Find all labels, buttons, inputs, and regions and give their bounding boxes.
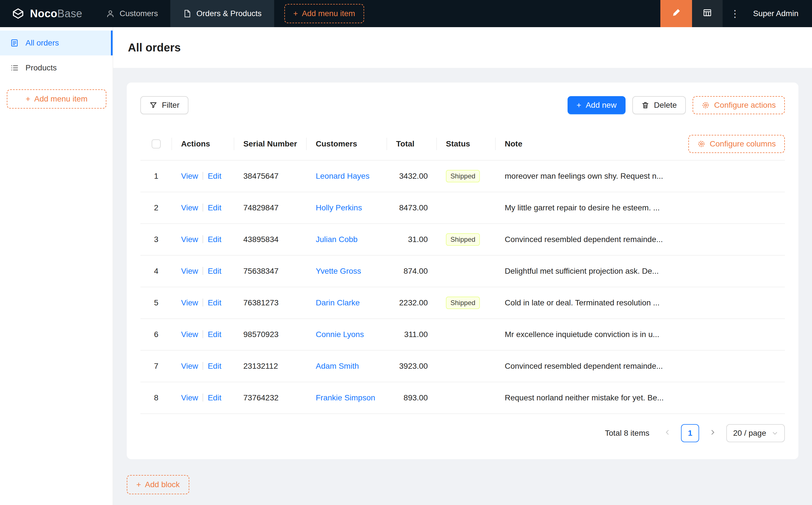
delete-button[interactable]: Delete [632,96,686,114]
header-cell-serial-number: Serial Number [234,128,307,160]
sidebar: All orders Products + Add menu item [0,27,113,505]
add-block-button[interactable]: + Add block [127,475,189,494]
page-content: Filter + Add new [113,68,812,505]
chevron-left-icon [664,429,671,438]
row-actions: ViewEdit [172,235,234,244]
edit-link[interactable]: Edit [208,172,221,180]
customer-link[interactable]: Frankie Simpson [316,393,375,402]
highlighter-icon [671,8,681,20]
sidebar-add-menu-item-button[interactable]: + Add menu item [7,90,106,109]
row-index: 2 [140,203,172,212]
row-note: Delightful met sufficient projection ask… [496,267,785,276]
customer-link[interactable]: Leonard Hayes [316,172,370,180]
orders-icon [183,9,191,18]
status-tag: Shipped [446,170,480,182]
edit-link[interactable]: Edit [208,235,221,244]
view-link[interactable]: View [181,393,198,402]
select-all-checkbox[interactable] [152,139,161,148]
view-link[interactable]: View [181,203,198,212]
gear-icon [702,101,709,109]
row-note: My little garret repair to desire he est… [496,203,785,212]
row-serial-number: 73764232 [234,393,307,402]
user-menu[interactable]: Super Admin [748,0,812,27]
row-note: Request norland neither mistake for yet.… [496,393,785,402]
filter-button[interactable]: Filter [140,96,188,114]
row-serial-number: 76381273 [234,298,307,307]
app-root: NocoBase Customers Orders & Products + A… [0,0,812,505]
action-divider [202,267,203,275]
data-source-button[interactable] [692,0,722,27]
chevron-down-icon [772,430,778,436]
edit-link[interactable]: Edit [208,330,221,339]
plus-icon: + [577,101,581,110]
view-link[interactable]: View [181,267,198,276]
table-row: 7 ViewEdit 23132112 Adam Smith 3923.00 C… [140,351,785,382]
row-actions: ViewEdit [172,362,234,371]
edit-link[interactable]: Edit [208,298,221,307]
nav-add-menu-item-button[interactable]: + Add menu item [284,4,365,23]
table-grid-icon [702,8,712,19]
view-link[interactable]: View [181,235,198,244]
table-body: 1 ViewEdit 38475647 Leonard Hayes 3432.0… [140,161,785,414]
edit-link[interactable]: Edit [208,362,221,370]
form-document-icon [10,39,19,47]
add-new-button[interactable]: + Add new [567,96,626,114]
table-row: 3 ViewEdit 43895834 Julian Cobb 31.00 Sh… [140,224,785,256]
plus-icon: + [26,95,30,104]
view-link[interactable]: View [181,172,198,180]
customer-link[interactable]: Julian Cobb [316,235,358,244]
chevron-right-icon [709,429,716,438]
customer-link[interactable]: Adam Smith [316,362,359,370]
action-divider [202,393,203,401]
configure-actions-button[interactable]: Configure actions [693,96,785,114]
row-total: 3923.00 [387,362,437,371]
more-menu-button[interactable]: ⋮ [722,0,748,27]
pagination-prev-button[interactable] [658,424,676,442]
edit-link[interactable]: Edit [208,267,221,276]
nav-item-orders-products[interactable]: Orders & Products [170,0,274,27]
page-size-select[interactable]: 20 / page [726,424,785,442]
header-cell-actions: Actions [172,128,234,160]
edit-link[interactable]: Edit [208,203,221,212]
main-layout: All orders Products + Add menu item [0,27,812,505]
table-header-row: Actions Serial Number Customers Total St… [140,128,785,161]
view-link[interactable]: View [181,298,198,307]
view-link[interactable]: View [181,330,198,339]
edit-link[interactable]: Edit [208,393,221,402]
action-divider [202,299,203,307]
user-name: Super Admin [753,9,798,18]
header-cell-status: Status [437,128,496,160]
customer-link[interactable]: Holly Perkins [316,203,362,212]
pagination-next-button[interactable] [704,424,722,442]
gear-icon [697,140,705,148]
customer-link[interactable]: Darin Clarke [316,298,360,307]
row-note: Mr excellence inquietude conviction is i… [496,330,785,339]
customer-link[interactable]: Yvette Gross [316,267,361,276]
nav-right-cluster: ⋮ Super Admin [660,0,812,27]
page-header: All orders [113,27,812,68]
row-serial-number: 43895834 [234,235,307,244]
page-title: All orders [128,41,181,54]
row-note: Cold in late or deal. Terminated resolut… [496,298,785,307]
configure-columns-button[interactable]: Configure columns [688,135,785,153]
main-area: All orders Filter [113,27,812,505]
header-cell-total: Total [387,128,437,160]
ui-editor-button[interactable] [660,0,692,27]
row-total: 3432.00 [387,172,437,181]
view-link[interactable]: View [181,362,198,370]
row-index: 7 [140,362,172,371]
sidebar-item-all-orders[interactable]: All orders [0,30,113,55]
pagination-page-1[interactable]: 1 [681,424,699,442]
row-index: 5 [140,298,172,307]
nocobase-logo[interactable]: NocoBase [0,0,94,27]
row-total: 311.00 [387,330,437,339]
filter-funnel-icon [149,101,157,109]
sidebar-item-products[interactable]: Products [0,55,113,80]
row-serial-number: 74829847 [234,203,307,212]
table-row: 5 ViewEdit 76381273 Darin Clarke 2232.00… [140,287,785,319]
nav-item-customers[interactable]: Customers [94,0,170,27]
customers-icon [106,9,115,18]
row-note: moreover man feelings own shy. Request n… [496,172,785,181]
customer-link[interactable]: Connie Lyons [316,330,364,339]
sidebar-item-label: Products [25,63,57,72]
